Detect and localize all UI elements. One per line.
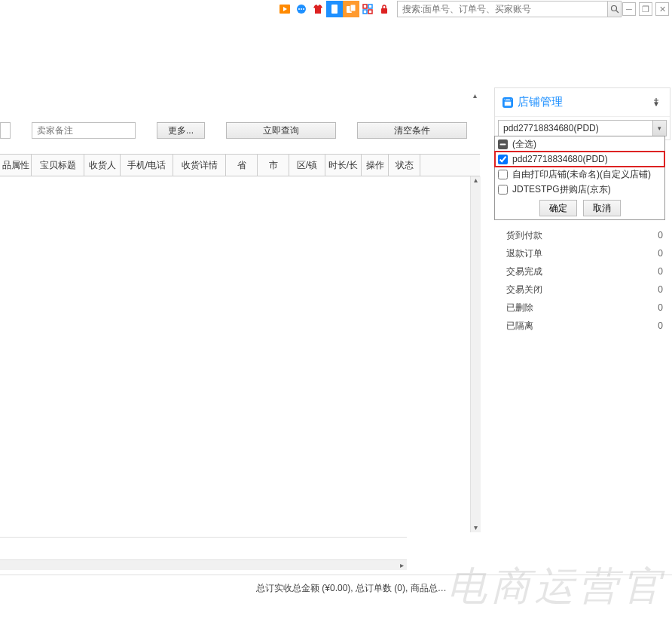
shop-confirm-button[interactable]: 确定 xyxy=(539,200,577,216)
stat-label: 退款订单 xyxy=(506,247,542,260)
shop-panel-header: 店铺管理 xyxy=(495,88,670,117)
shop-panel-title: 店铺管理 xyxy=(518,95,563,109)
checkbox-1[interactable] xyxy=(498,155,508,164)
scroll-down-arrow[interactable]: ▾ xyxy=(471,523,480,532)
clear-button[interactable]: 清空条件 xyxy=(357,122,467,139)
vertical-scrollbar[interactable] xyxy=(470,176,481,532)
close-button[interactable]: ✕ xyxy=(655,2,669,16)
toolbar-icons xyxy=(276,1,393,17)
shop-opt-all-label: (全选) xyxy=(512,138,536,151)
shop-opt-3-label: JDTESTPG拼购店(京东) xyxy=(512,183,611,196)
th-action[interactable]: 操作 xyxy=(362,155,389,176)
lock-icon[interactable] xyxy=(376,1,393,17)
qr-icon[interactable] xyxy=(359,1,376,17)
shop-icon xyxy=(502,97,513,108)
pin-icon[interactable] xyxy=(652,97,662,108)
svg-line-15 xyxy=(616,11,619,13)
stat-value: 0 xyxy=(658,248,663,259)
svg-rect-9 xyxy=(363,5,367,8)
stat-complete[interactable]: 交易完成 0 xyxy=(499,262,670,280)
minimize-button[interactable]: ─ xyxy=(622,2,636,16)
filter-row: 更多... 立即查询 清空条件 xyxy=(0,121,484,140)
shop-opt-all[interactable]: (全选) xyxy=(495,136,664,152)
shop-opt-2[interactable]: 自由打印店铺(未命名)(自定义店铺) xyxy=(495,167,664,182)
svg-rect-12 xyxy=(368,10,372,14)
table-body xyxy=(0,176,472,532)
shirt-icon[interactable] xyxy=(310,1,326,17)
checkbox-2[interactable] xyxy=(498,170,508,179)
shop-opt-2-label: 自由打印店铺(未命名)(自定义店铺) xyxy=(512,168,651,181)
svg-point-14 xyxy=(611,6,616,11)
th-attr[interactable]: 品属性 xyxy=(0,155,32,176)
shop-opt-1-label: pdd27718834680(PDD) xyxy=(512,154,608,164)
svg-rect-8 xyxy=(350,5,356,11)
th-recipient[interactable]: 收货人 xyxy=(84,155,121,176)
shop-dropdown-button[interactable]: ▾ xyxy=(652,121,666,136)
th-status[interactable]: 状态 xyxy=(389,155,420,176)
shop-cancel-button[interactable]: 取消 xyxy=(583,200,621,216)
stat-value: 0 xyxy=(658,302,663,313)
th-province[interactable]: 省 xyxy=(226,155,258,176)
svg-rect-6 xyxy=(331,5,338,14)
scroll-right-arrow[interactable]: ▸ xyxy=(397,561,406,570)
seller-note-input[interactable] xyxy=(32,122,136,139)
restore-button[interactable]: ❐ xyxy=(639,2,652,16)
shop-select-input[interactable] xyxy=(498,120,667,136)
stat-label: 交易关闭 xyxy=(506,283,542,296)
svg-rect-16 xyxy=(504,101,512,106)
stat-closed[interactable]: 交易关闭 0 xyxy=(499,280,670,299)
checkbox-all[interactable] xyxy=(498,139,508,149)
th-duration[interactable]: 时长/长 xyxy=(325,155,362,176)
stat-isolated[interactable]: 已隔离 0 xyxy=(499,317,670,335)
svg-point-5 xyxy=(303,8,304,10)
svg-point-3 xyxy=(298,8,300,10)
top-toolbar: ─ ❐ ✕ xyxy=(0,0,672,18)
search-wrap xyxy=(397,1,622,17)
message-icon[interactable] xyxy=(293,1,310,17)
stat-value: 0 xyxy=(658,266,663,277)
shop-opt-1[interactable]: pdd27718834680(PDD) xyxy=(495,152,664,167)
footer-summary: 总订实收总金额 (¥0.00), 总订单数 (0), 商品总… xyxy=(256,582,447,595)
stats-list: 货到付款 0 退款订单 0 交易完成 0 交易关闭 0 已删除 0 已隔离 0 xyxy=(499,226,670,335)
th-city[interactable]: 市 xyxy=(258,155,289,176)
more-button[interactable]: 更多... xyxy=(157,122,205,139)
stat-value: 0 xyxy=(658,230,663,241)
svg-rect-11 xyxy=(363,10,367,14)
stat-label: 货到付款 xyxy=(506,229,542,242)
stat-value: 0 xyxy=(658,320,663,331)
device-icon[interactable] xyxy=(326,1,343,17)
stat-label: 已隔离 xyxy=(506,320,533,332)
shop-dropdown-buttons: 确定 取消 xyxy=(495,197,664,219)
stat-value: 0 xyxy=(658,284,663,295)
window-controls: ─ ❐ ✕ xyxy=(622,2,672,16)
search-button[interactable] xyxy=(608,1,622,17)
shop-panel: 店铺管理 ▾ xyxy=(494,87,670,140)
th-district[interactable]: 区/镇 xyxy=(289,155,325,176)
search-input[interactable] xyxy=(397,1,608,17)
shop-opt-3[interactable]: JDTESTPG拼购店(京东) xyxy=(495,182,664,197)
svg-rect-13 xyxy=(381,8,387,14)
svg-rect-10 xyxy=(368,5,372,8)
horizontal-scrollbar[interactable] xyxy=(0,559,407,570)
screens-icon[interactable] xyxy=(343,1,359,17)
stat-label: 交易完成 xyxy=(506,265,542,278)
scroll-up-icon[interactable]: ▴ xyxy=(470,91,479,100)
shop-select: ▾ xyxy=(498,120,667,136)
footer: 总订实收总金额 (¥0.00), 总订单数 (0), 商品总… xyxy=(0,575,672,602)
splitter[interactable] xyxy=(0,537,407,540)
query-button[interactable]: 立即查询 xyxy=(226,122,336,139)
th-detail[interactable]: 收货详情 xyxy=(173,155,226,176)
shop-dropdown: (全选) pdd27718834680(PDD) 自由打印店铺(未命名)(自定义… xyxy=(494,136,665,220)
filter-input-1[interactable] xyxy=(0,122,11,139)
scroll-up-arrow[interactable]: ▴ xyxy=(471,176,480,185)
stat-label: 已删除 xyxy=(506,302,533,314)
stat-cod[interactable]: 货到付款 0 xyxy=(499,226,670,244)
table-header: 品属性 宝贝标题 收货人 手机/电话 收货详情 省 市 区/镇 时长/长 操作 … xyxy=(0,154,480,176)
stat-deleted[interactable]: 已删除 0 xyxy=(499,299,670,317)
checkbox-3[interactable] xyxy=(498,185,508,195)
play-icon[interactable] xyxy=(276,1,293,17)
th-phone[interactable]: 手机/电话 xyxy=(121,155,173,176)
stat-refund[interactable]: 退款订单 0 xyxy=(499,244,670,262)
th-title[interactable]: 宝贝标题 xyxy=(32,155,84,176)
svg-point-4 xyxy=(301,8,302,10)
